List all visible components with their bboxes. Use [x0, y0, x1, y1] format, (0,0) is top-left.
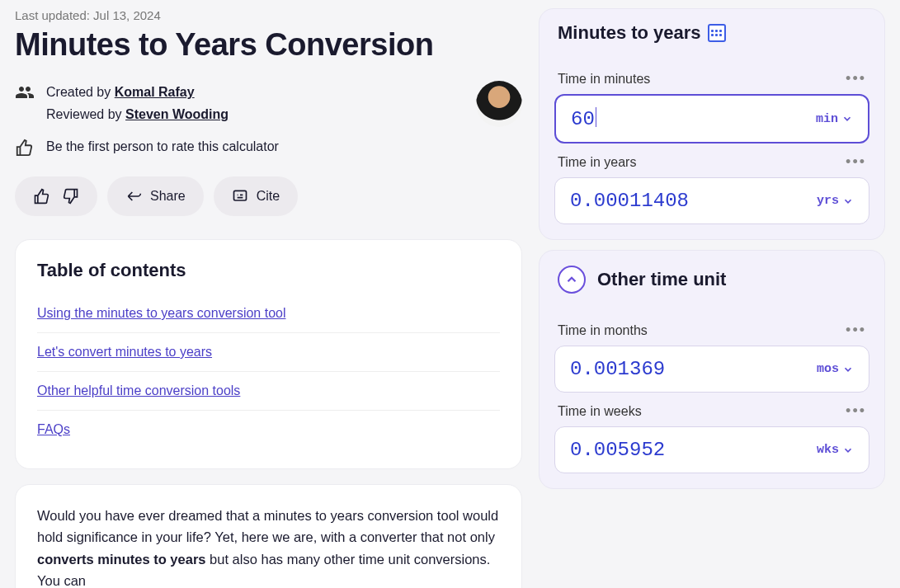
field-label-years: Time in years [558, 155, 636, 170]
unit-selector-minutes[interactable]: min [816, 112, 853, 126]
input-value: 0.001369 [570, 358, 665, 380]
chevron-up-icon [564, 272, 579, 287]
unit-label: mos [817, 362, 839, 376]
page-title: Minutes to Years Conversion [15, 27, 522, 63]
calendar-icon [708, 24, 726, 42]
last-updated: Last updated: Jul 13, 2024 [15, 8, 522, 22]
people-icon [15, 81, 35, 102]
calc-title: Minutes to years [558, 22, 701, 44]
article-card: Would you have ever dreamed that a minut… [15, 484, 522, 588]
field-label-weeks: Time in weeks [558, 404, 642, 419]
input-minutes[interactable]: 60 min [554, 94, 869, 143]
reviewed-by-prefix: Reviewed by [46, 107, 125, 121]
input-months[interactable]: 0.001369 mos [554, 346, 869, 393]
unit-selector-weeks[interactable]: wks [817, 443, 854, 457]
chevron-down-icon [842, 445, 854, 456]
author-link[interactable]: Komal Rafay [115, 85, 195, 99]
thumb-up-outline-icon [15, 137, 35, 157]
cite-button[interactable]: Cite [214, 176, 298, 216]
article-bold: converts minutes to years [37, 552, 206, 567]
input-value: 0.00011408 [570, 190, 689, 212]
field-menu-button[interactable]: ••• [846, 153, 866, 171]
toc-item: Let's convert minutes to years [37, 333, 500, 372]
unit-selector-years[interactable]: yrs [817, 194, 854, 208]
input-weeks[interactable]: 0.005952 wks [554, 426, 869, 473]
input-value: 0.005952 [570, 439, 665, 461]
toc-link[interactable]: Using the minutes to years conversion to… [37, 306, 285, 320]
thumb-up-button[interactable] [33, 188, 49, 205]
chevron-down-icon [842, 364, 854, 375]
chevron-down-icon [841, 113, 853, 125]
created-by-prefix: Created by [46, 85, 115, 99]
field-menu-button[interactable]: ••• [846, 70, 866, 87]
toc-link[interactable]: Other helpful time conversion tools [37, 383, 240, 397]
other-section-title: Other time unit [597, 269, 726, 290]
vote-buttons [15, 176, 97, 216]
field-label-minutes: Time in minutes [558, 72, 650, 87]
unit-label: yrs [817, 194, 839, 208]
avatar [476, 81, 522, 127]
rate-prompt: Be the first person to rate this calcula… [46, 139, 279, 154]
share-label: Share [150, 189, 186, 204]
toc-item: FAQs [37, 411, 500, 449]
input-value: 60 [571, 107, 596, 130]
unit-label: wks [817, 443, 839, 457]
toc-link[interactable]: Let's convert minutes to years [37, 345, 212, 359]
unit-selector-months[interactable]: mos [817, 362, 854, 376]
article-text: Would you have ever dreamed that a minut… [37, 508, 498, 544]
thumb-down-button[interactable] [63, 188, 79, 205]
share-icon [125, 188, 142, 205]
field-label-months: Time in months [558, 323, 648, 338]
calculator-main: Minutes to years Time in minutes ••• 60 … [539, 8, 885, 240]
chevron-down-icon [842, 195, 854, 207]
unit-label: min [816, 112, 838, 126]
calculator-other: Other time unit Time in months ••• 0.001… [539, 250, 885, 489]
toc-item: Using the minutes to years conversion to… [37, 294, 500, 333]
field-menu-button[interactable]: ••• [846, 322, 866, 339]
toc-item: Other helpful time conversion tools [37, 372, 500, 411]
reviewer-link[interactable]: Steven Wooding [125, 107, 229, 121]
cite-icon [232, 188, 248, 205]
share-button[interactable]: Share [107, 176, 204, 216]
toc-title: Table of contents [37, 260, 500, 281]
toc-card: Table of contents Using the minutes to y… [15, 239, 522, 469]
collapse-button[interactable] [558, 266, 586, 294]
input-years[interactable]: 0.00011408 yrs [554, 177, 869, 224]
field-menu-button[interactable]: ••• [846, 402, 866, 420]
toc-link[interactable]: FAQs [37, 422, 70, 436]
cite-label: Cite [257, 189, 280, 204]
